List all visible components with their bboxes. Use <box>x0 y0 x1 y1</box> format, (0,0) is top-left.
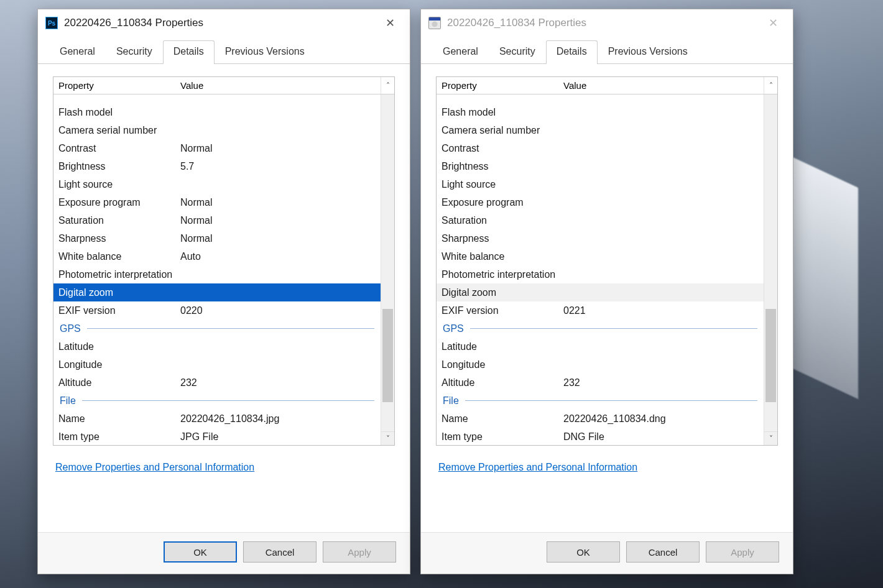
tab-previous-versions[interactable]: Previous Versions <box>215 40 315 63</box>
titlebar[interactable]: 20220426_110834 Properties ✕ <box>421 9 793 37</box>
grid-header: Property Value ˄ <box>437 77 777 94</box>
tab-security[interactable]: Security <box>106 40 163 63</box>
tab-general[interactable]: General <box>432 40 489 63</box>
property-name: Name <box>53 413 178 425</box>
property-value: Normal <box>178 215 381 226</box>
property-row[interactable]: Latitude <box>437 338 764 356</box>
property-name: Item type <box>53 431 178 443</box>
property-value: 232 <box>178 377 381 388</box>
property-name: Saturation <box>437 215 561 226</box>
property-row[interactable]: Camera serial number <box>437 121 764 139</box>
property-row[interactable]: Longitude <box>437 356 764 374</box>
tab-content: Property Value ˄ Flash modelCamera seria… <box>421 64 793 532</box>
property-value: 0221 <box>561 305 764 316</box>
property-row[interactable]: White balance <box>437 247 764 265</box>
cancel-button[interactable]: Cancel <box>243 541 317 563</box>
property-row[interactable]: Brightness5.7 <box>53 157 381 175</box>
tab-general[interactable]: General <box>49 40 106 63</box>
property-row[interactable]: SharpnessNormal <box>53 229 381 247</box>
property-row[interactable]: Brightness <box>437 157 764 175</box>
property-row[interactable]: Flash model <box>437 103 764 121</box>
property-row[interactable]: EXIF version0221 <box>437 301 764 319</box>
property-row[interactable]: Digital zoom <box>53 283 381 301</box>
tab-strip: General Security Details Previous Versio… <box>421 37 793 64</box>
property-row[interactable]: EXIF version0220 <box>53 301 381 319</box>
property-name: White balance <box>437 251 561 262</box>
property-value: JPG File <box>178 431 381 443</box>
property-name: Flash model <box>437 107 561 118</box>
remove-properties-link[interactable]: Remove Properties and Personal Informati… <box>438 462 637 472</box>
tab-strip: General Security Details Previous Versio… <box>38 37 410 64</box>
property-row[interactable]: ContrastNormal <box>53 139 381 157</box>
ok-button[interactable]: OK <box>164 541 237 563</box>
header-value[interactable]: Value <box>178 80 381 91</box>
property-name: Contrast <box>53 143 178 154</box>
property-value: Normal <box>178 233 381 244</box>
property-name: Digital zoom <box>437 287 561 298</box>
tab-content: Property Value ˄ Flash modelCamera seria… <box>38 64 410 532</box>
tab-details[interactable]: Details <box>546 40 598 64</box>
property-row[interactable]: White balanceAuto <box>53 247 381 265</box>
property-row[interactable]: Light source <box>437 175 764 193</box>
property-row[interactable]: Name20220426_110834.dng <box>437 410 764 428</box>
close-button[interactable]: ✕ <box>376 14 404 32</box>
property-row[interactable]: Photometric interpretation <box>53 265 381 283</box>
property-row[interactable]: Light source <box>53 175 381 193</box>
scroll-thumb[interactable] <box>382 309 393 402</box>
property-row[interactable]: Digital zoom <box>437 283 764 301</box>
dialog-buttons: OK Cancel Apply <box>38 532 410 574</box>
header-value[interactable]: Value <box>561 80 764 91</box>
property-row[interactable]: Altitude232 <box>437 374 764 392</box>
property-row[interactable]: Item typeJPG File <box>53 428 381 445</box>
property-name: Latitude <box>437 341 561 352</box>
titlebar[interactable]: Ps 20220426_110834 Properties ✕ <box>38 9 410 37</box>
property-row[interactable]: Contrast <box>437 139 764 157</box>
properties-dialog-right: 20220426_110834 Properties ✕ General Sec… <box>420 9 793 574</box>
property-row[interactable]: Latitude <box>53 338 381 356</box>
tab-security[interactable]: Security <box>489 40 546 63</box>
scroll-thumb[interactable] <box>765 309 776 402</box>
scroll-down-icon[interactable]: ˅ <box>764 431 777 445</box>
vertical-scrollbar[interactable]: ˅ <box>381 94 394 445</box>
header-property[interactable]: Property <box>437 80 561 91</box>
grid-rows[interactable]: Flash modelCamera serial numberContrastB… <box>437 94 764 445</box>
property-row[interactable]: SaturationNormal <box>53 211 381 229</box>
property-row[interactable]: Exposure program <box>437 193 764 211</box>
property-name: Longitude <box>53 359 178 370</box>
property-row[interactable]: Camera serial number <box>53 121 381 139</box>
property-value: Normal <box>178 197 381 208</box>
property-name: Photometric interpretation <box>53 269 178 280</box>
window-title: 20220426_110834 Properties <box>64 17 203 29</box>
header-property[interactable]: Property <box>53 80 178 91</box>
scroll-down-icon[interactable]: ˅ <box>381 431 394 445</box>
property-name: Altitude <box>53 377 178 388</box>
ok-button[interactable]: OK <box>547 541 620 563</box>
details-grid: Property Value ˄ Flash modelCamera seria… <box>436 76 778 446</box>
property-row[interactable]: Item typeDNG File <box>437 428 764 445</box>
tab-previous-versions[interactable]: Previous Versions <box>598 40 698 63</box>
property-row[interactable]: Longitude <box>53 356 381 374</box>
property-row[interactable]: Flash model <box>53 103 381 121</box>
property-name: Brightness <box>53 161 178 172</box>
vertical-scrollbar[interactable]: ˅ <box>764 94 777 445</box>
property-row[interactable]: Sharpness <box>437 229 764 247</box>
property-name: Camera serial number <box>53 125 178 136</box>
close-button[interactable]: ✕ <box>759 14 787 32</box>
property-name: EXIF version <box>437 305 561 316</box>
grid-rows[interactable]: Flash modelCamera serial numberContrastN… <box>53 94 381 445</box>
tab-details[interactable]: Details <box>163 40 215 64</box>
property-name: Photometric interpretation <box>437 269 561 280</box>
property-row[interactable]: Name20220426_110834.jpg <box>53 410 381 428</box>
scroll-up-icon[interactable]: ˄ <box>381 77 394 94</box>
remove-properties-link[interactable]: Remove Properties and Personal Informati… <box>55 462 254 472</box>
property-name: Sharpness <box>53 233 178 244</box>
property-value: 0220 <box>178 305 381 316</box>
property-row[interactable]: Saturation <box>437 211 764 229</box>
property-row[interactable]: Altitude232 <box>53 374 381 392</box>
cancel-button[interactable]: Cancel <box>626 541 700 563</box>
property-row[interactable]: Exposure programNormal <box>53 193 381 211</box>
scroll-up-icon[interactable]: ˄ <box>764 77 777 94</box>
property-name: Sharpness <box>437 233 561 244</box>
property-row[interactable]: Photometric interpretation <box>437 265 764 283</box>
section-file: File <box>53 392 381 410</box>
